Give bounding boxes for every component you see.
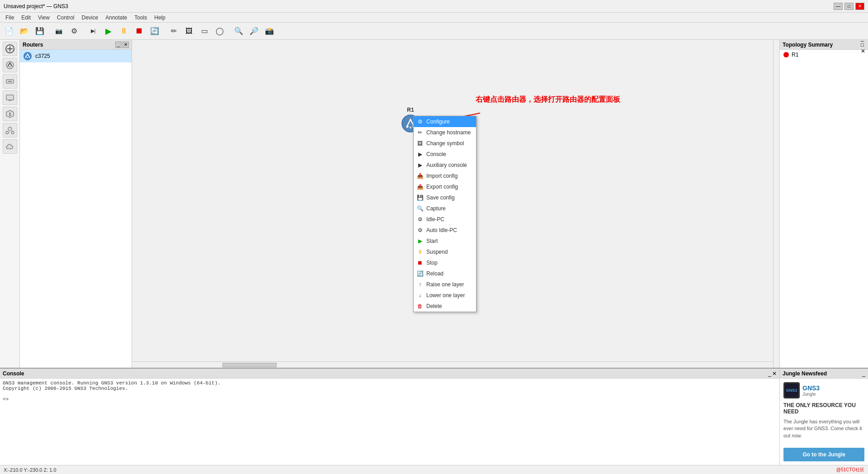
jungle-float-btn[interactable]: _	[862, 370, 865, 377]
ctx-import-config[interactable]: 📥 Import config	[414, 171, 476, 181]
run-fwd-btn[interactable]: ▶|	[86, 24, 100, 38]
stop-btn[interactable]: ⏹	[132, 24, 146, 38]
topology-item-r1[interactable]: R1	[780, 50, 868, 60]
settings-btn[interactable]: ⚙	[67, 24, 81, 38]
console-body: GNS3 management console. Running GNS3 ve…	[0, 379, 779, 465]
canvas-router-r1-label: R1	[407, 107, 414, 113]
menu-item-tools[interactable]: Tools	[131, 14, 151, 22]
menu-item-device[interactable]: Device	[78, 14, 102, 22]
svg-point-12	[9, 115, 10, 116]
menu-item-help[interactable]: Help	[151, 14, 169, 22]
ctx-reload[interactable]: 🔄 Reload	[414, 268, 476, 279]
zoom-in-btn[interactable]: 🔍	[231, 24, 246, 38]
canvas-area[interactable]: R1	[132, 40, 773, 361]
ctx-change-hostname[interactable]: ✏ Change hostname	[414, 127, 476, 138]
routers-btn[interactable]	[3, 58, 17, 72]
svg-rect-7	[6, 95, 14, 100]
ctx-lower-layer-icon: ↓	[416, 292, 424, 299]
menu-item-file[interactable]: File	[2, 14, 18, 22]
snapshot-btn[interactable]: 📷	[52, 24, 66, 38]
ctx-start[interactable]: ▶ Start	[414, 236, 476, 246]
left-panel-float-btn[interactable]: _	[115, 42, 122, 48]
all-devices-btn[interactable]	[3, 42, 17, 56]
upper-area: Routers _ ✕ c3725	[0, 40, 868, 368]
ctx-lower-layer[interactable]: ↓ Lower one layer	[414, 290, 476, 301]
hscrollbar-thumb[interactable]	[222, 363, 277, 367]
rect-btn[interactable]: ▭	[197, 24, 212, 38]
ctx-raise-layer-icon: ↑	[416, 281, 424, 288]
ctx-capture[interactable]: 🔍 Capture	[414, 203, 476, 214]
menu-item-view[interactable]: View	[34, 14, 53, 22]
ctx-save-config[interactable]: 💾 Save config	[414, 192, 476, 203]
minimize-btn[interactable]: —	[834, 3, 843, 10]
ctx-configure[interactable]: ⚙ Configure	[414, 116, 476, 127]
open-btn[interactable]: 📂	[17, 24, 32, 38]
watermark: @51CTO社区	[836, 467, 864, 473]
ctx-auto-idle-pc[interactable]: ⚙ Auto Idle-PC	[414, 225, 476, 236]
window-controls: — □ ✕	[834, 3, 864, 10]
cloud-btn[interactable]	[3, 139, 17, 154]
ctx-suspend-label: Suspend	[426, 249, 448, 255]
jungle-goto-btn[interactable]: Go to the Jungle	[783, 448, 864, 461]
ctx-raise-layer[interactable]: ↑ Raise one layer	[414, 279, 476, 290]
jungle-gns3-text: GNS3	[802, 384, 820, 392]
ctx-console[interactable]: ▶ Console	[414, 149, 476, 160]
ctx-suspend[interactable]: ⏸ Suspend	[414, 246, 476, 257]
close-btn[interactable]: ✕	[855, 3, 864, 10]
ctx-stop-label: Stop	[426, 260, 438, 266]
menu-item-control[interactable]: Control	[53, 14, 78, 22]
ctx-export-config[interactable]: 📤 Export config	[414, 181, 476, 192]
routers-list: c3725	[20, 50, 132, 368]
ctx-import-config-icon: 📥	[416, 172, 424, 180]
ctx-idle-pc-label: Idle-PC	[426, 216, 444, 223]
ellipse-btn[interactable]: ◯	[212, 24, 227, 38]
new-file-btn[interactable]: 📄	[2, 24, 16, 38]
ctx-stop[interactable]: ⏹ Stop	[414, 257, 476, 268]
ctx-delete[interactable]: 🗑 Delete	[414, 301, 476, 312]
svg-point-16	[24, 52, 32, 60]
endpoint-btn[interactable]	[3, 90, 17, 105]
router-name-c3725: c3725	[35, 53, 50, 59]
hscrollbar[interactable]	[132, 361, 773, 368]
ctx-change-symbol[interactable]: 🖼 Change symbol	[414, 138, 476, 149]
right-panel-header: Topology Summary _ □ ✕	[780, 40, 868, 50]
router-item-c3725[interactable]: c3725	[20, 50, 132, 62]
jungle-sub-text: Jungle	[802, 392, 820, 397]
menu-item-annotate[interactable]: Annotate	[102, 14, 131, 22]
left-panel-close-btn[interactable]: ✕	[123, 42, 129, 48]
switches-btn[interactable]	[3, 74, 17, 89]
reload-btn[interactable]: 🔄	[147, 24, 162, 38]
tools-btn[interactable]	[3, 123, 17, 137]
console-float-btn[interactable]: _	[768, 370, 771, 377]
console-line-1: GNS3 management console. Running GNS3 ve…	[3, 380, 777, 386]
zoom-out-btn[interactable]: 🔎	[247, 24, 261, 38]
topology-items: R1	[780, 50, 868, 60]
ctx-stop-icon: ⏹	[416, 259, 424, 266]
ctx-configure-label: Configure	[426, 118, 450, 125]
ctx-lower-layer-label: Lower one layer	[426, 292, 465, 299]
annotation-text: 右键点击路由器，选择打开路由器的配置面板	[476, 95, 620, 104]
save-btn[interactable]: 💾	[33, 24, 47, 38]
security-btn[interactable]	[3, 107, 17, 121]
right-panel-maximize-btn[interactable]: □	[861, 42, 865, 48]
ctx-console-label: Console	[426, 151, 446, 157]
menu-item-edit[interactable]: Edit	[18, 14, 34, 22]
ctx-save-config-icon: 💾	[416, 194, 424, 201]
vscrollbar[interactable]	[773, 40, 779, 368]
screenshot-btn[interactable]: 📸	[262, 24, 277, 38]
maximize-btn[interactable]: □	[844, 3, 854, 10]
console-close-btn[interactable]: ✕	[772, 370, 777, 377]
draw-btn[interactable]: ✏	[166, 24, 181, 38]
titlebar: Unsaved project* — GNS3 — □ ✕	[0, 0, 868, 13]
run-btn[interactable]: ▶	[101, 24, 116, 38]
suspend-btn[interactable]: ⏸	[117, 24, 131, 38]
ctx-delete-label: Delete	[426, 303, 442, 309]
router-icon-c3725	[23, 51, 33, 61]
title-text: Unsaved project* — GNS3	[4, 3, 68, 9]
img-btn[interactable]: 🖼	[182, 24, 196, 38]
ctx-change-hostname-icon: ✏	[416, 129, 424, 136]
ctx-aux-console[interactable]: ▶ Auxiliary console	[414, 160, 476, 171]
ctx-idle-pc[interactable]: ⚙ Idle-PC	[414, 214, 476, 225]
left-panel-buttons: _ ✕	[115, 42, 129, 48]
ctx-start-icon: ▶	[416, 237, 424, 245]
